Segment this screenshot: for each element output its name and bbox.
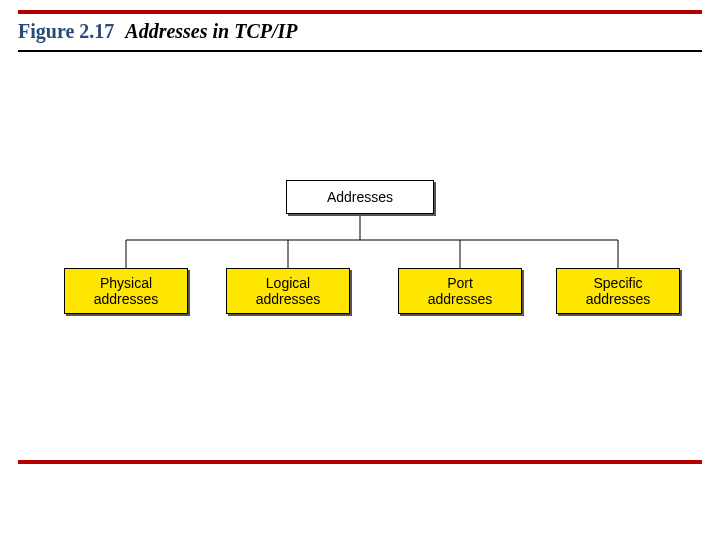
child-node-label: Portaddresses [428, 275, 493, 307]
root-node: Addresses [286, 180, 434, 214]
hierarchy-diagram: Addresses Physicaladdresses Logicaladdre… [0, 0, 720, 540]
bottom-horizontal-rule [18, 460, 702, 464]
child-node-port: Portaddresses [398, 268, 522, 314]
root-node-label: Addresses [327, 189, 393, 205]
child-node-label: Physicaladdresses [94, 275, 159, 307]
child-node-logical: Logicaladdresses [226, 268, 350, 314]
child-node-physical: Physicaladdresses [64, 268, 188, 314]
child-node-specific: Specificaddresses [556, 268, 680, 314]
child-node-label: Logicaladdresses [256, 275, 321, 307]
child-node-label: Specificaddresses [586, 275, 651, 307]
